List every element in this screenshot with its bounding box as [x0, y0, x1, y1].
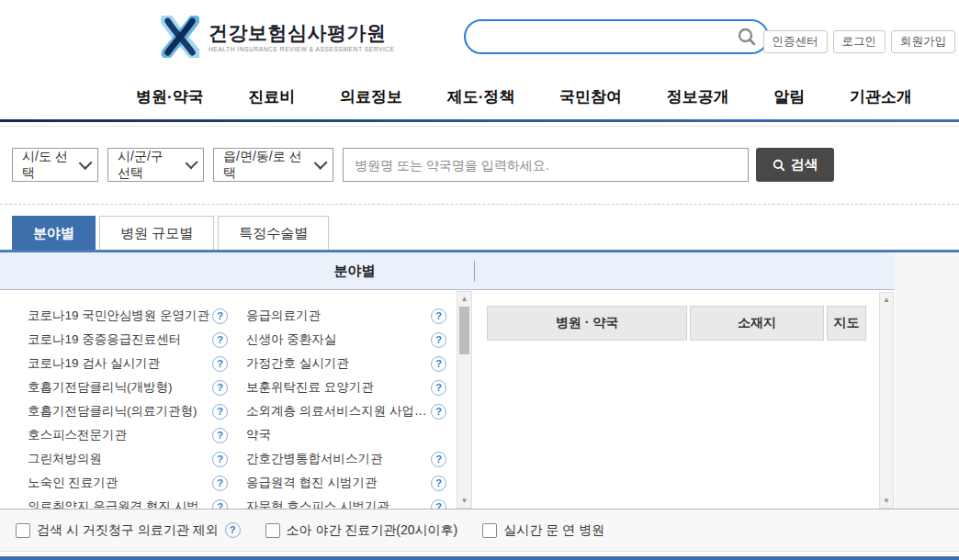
- category-item[interactable]: 의료취약지 응급원격 협진 시범 ?: [28, 495, 228, 509]
- help-icon[interactable]: ?: [431, 308, 446, 324]
- header-button[interactable]: 인증센터: [763, 30, 828, 53]
- footer-filter-label: 검색 시 거짓청구 의료기관 제외: [37, 522, 219, 539]
- category-item[interactable]: 응급원격 협진 시범기관 ?: [246, 471, 446, 495]
- category-column-a: 코로나19 국민안심병원 운영기관 ? 코로나19 중증응급진료센터 ? 코로나…: [28, 304, 228, 509]
- category-label: 의료취약지 응급원격 협진 시범: [28, 498, 199, 509]
- checkbox[interactable]: [482, 523, 497, 538]
- hira-logo-icon: [161, 16, 199, 58]
- category-item[interactable]: 약국 ?: [246, 423, 446, 447]
- tab[interactable]: 병원 규모별: [99, 216, 214, 250]
- header-button[interactable]: 로그인: [833, 30, 886, 53]
- help-icon[interactable]: ?: [212, 356, 228, 372]
- help-icon[interactable]: ?: [225, 522, 241, 538]
- category-item[interactable]: 자문형 호스피스 시범기관 ?: [246, 495, 446, 509]
- footer-filter: 검색 시 거짓청구 의료기관 제외 ?: [16, 522, 241, 539]
- help-icon[interactable]: ?: [431, 476, 446, 491]
- category-item[interactable]: 호흡기전담클리닉(개방형) ?: [28, 375, 228, 399]
- logo-subtitle: HEALTH INSURANCE REVIEW & ASSESSMENT SER…: [209, 46, 395, 52]
- category-label: 간호간병통합서비스기관: [246, 451, 383, 467]
- category-list-scrollbar: ▲ ▼: [457, 291, 472, 509]
- category-label: 코로나19 검사 실시기관: [28, 355, 160, 372]
- scrollbar-thumb[interactable]: [459, 307, 469, 354]
- help-icon[interactable]: ?: [431, 404, 446, 420]
- category-label: 호흡기전담클리닉(의료기관형): [28, 403, 197, 420]
- logo-title: 건강보험심사평가원: [209, 22, 395, 44]
- category-item[interactable]: 노숙인 진료기관 ?: [28, 471, 228, 495]
- scroll-up-icon[interactable]: ▲: [457, 295, 471, 303]
- nav-item[interactable]: 국민참여: [559, 86, 622, 107]
- checkbox[interactable]: [16, 523, 30, 538]
- category-item[interactable]: 신생아 중환자실 ?: [246, 328, 446, 352]
- help-icon[interactable]: ?: [212, 404, 228, 420]
- scroll-down-icon[interactable]: ▼: [880, 497, 893, 505]
- help-icon[interactable]: ?: [431, 332, 446, 348]
- help-icon[interactable]: ?: [212, 452, 228, 467]
- logo[interactable]: 건강보험심사평가원 HEALTH INSURANCE REVIEW & ASSE…: [161, 16, 395, 58]
- category-item[interactable]: 보훈위탁진료 요양기관 ?: [246, 375, 446, 399]
- header-button[interactable]: 회원가입: [891, 30, 955, 53]
- category-item[interactable]: 코로나19 중증응급진료센터 ?: [28, 328, 228, 352]
- category-label: 약국: [246, 427, 271, 443]
- sigungu-select[interactable]: 시/군/구 선택: [107, 148, 204, 182]
- tab[interactable]: 특정수술별: [218, 216, 329, 250]
- header-utility-buttons: 인증센터로그인회원가입: [763, 30, 956, 53]
- category-label: 코로나19 국민안심병원 운영기관: [28, 308, 209, 324]
- checkbox[interactable]: [265, 523, 280, 538]
- category-label: 그린처방의원: [28, 451, 102, 467]
- scroll-up-icon[interactable]: ▲: [880, 296, 893, 304]
- help-icon[interactable]: ?: [212, 380, 228, 396]
- nav-item[interactable]: 정보공개: [667, 86, 729, 107]
- help-icon[interactable]: ?: [212, 308, 228, 324]
- category-label: 응급원격 협진 시범기관: [246, 475, 378, 491]
- footer-filters: 검색 시 거짓청구 의료기관 제외 ? 소아 야간 진료기관(20시이후) ? …: [16, 510, 604, 551]
- help-icon[interactable]: ?: [431, 452, 446, 467]
- scroll-down-icon[interactable]: ▼: [457, 497, 471, 505]
- category-label: 보훈위탁진료 요양기관: [246, 379, 374, 396]
- category-label: 응급의료기관: [246, 308, 321, 324]
- category-label: 코로나19 중증응급진료센터: [28, 331, 181, 348]
- category-item[interactable]: 그린처방의원 ?: [28, 447, 228, 471]
- hospital-name-input[interactable]: [343, 148, 749, 182]
- search-icon[interactable]: [737, 27, 757, 47]
- page: 건강보험심사평가원 HEALTH INSURANCE REVIEW & ASSE…: [0, 0, 959, 560]
- footer-filter-label: 실시간 문 연 병원: [503, 522, 604, 539]
- help-icon[interactable]: ?: [431, 499, 446, 510]
- help-icon[interactable]: ?: [212, 428, 228, 443]
- category-item[interactable]: 호스피스전문기관 ?: [28, 423, 228, 447]
- nav-item[interactable]: 진료비: [248, 86, 295, 107]
- table-header-cell: 소재지: [690, 306, 824, 341]
- category-item[interactable]: 호흡기전담클리닉(의료기관형) ?: [28, 399, 228, 423]
- nav-item[interactable]: 제도·정책: [447, 86, 515, 107]
- category-item[interactable]: 코로나19 검사 실시기관 ?: [28, 352, 228, 375]
- category-item[interactable]: 간호간병통합서비스기관 ?: [246, 447, 446, 471]
- tab-bar: 분야별 병원 규모별 특정수술별: [12, 216, 329, 250]
- tab-label: 특정수술별: [239, 225, 308, 242]
- nav-item[interactable]: 병원·약국: [136, 86, 204, 107]
- category-item[interactable]: 응급의료기관 ?: [246, 304, 446, 328]
- global-search-input[interactable]: [480, 28, 737, 45]
- nav-item[interactable]: 기관소개: [850, 86, 912, 107]
- category-item[interactable]: 코로나19 국민안심병원 운영기관 ?: [28, 304, 228, 328]
- filter-bar: 시/도 선택 시/군/구 선택 읍/면/동/로 선택 검색: [0, 126, 959, 205]
- tab[interactable]: 분야별: [12, 216, 96, 250]
- help-icon[interactable]: ?: [431, 380, 446, 396]
- help-icon[interactable]: ?: [212, 499, 228, 510]
- category-item[interactable]: 소외계층 의료서비스지원 사업… ?: [246, 399, 446, 423]
- global-search: [464, 19, 769, 54]
- search-button[interactable]: 검색: [756, 148, 834, 182]
- nav-items: 병원·약국진료비의료정보제도·정책국민참여정보공개알림기관소개: [136, 73, 912, 119]
- nav-item[interactable]: 알림: [773, 86, 805, 107]
- nav-item[interactable]: 의료정보: [340, 86, 402, 107]
- search-button-label: 검색: [791, 156, 818, 174]
- help-icon[interactable]: ?: [212, 332, 228, 348]
- category-label: 자문형 호스피스 시범기관: [246, 498, 389, 509]
- panel-header-bar: 분야별: [0, 252, 896, 290]
- help-icon[interactable]: ?: [431, 356, 446, 372]
- category-list-area: 코로나19 국민안심병원 운영기관 ? 코로나19 중증응급진료센터 ? 코로나…: [0, 291, 457, 509]
- help-icon[interactable]: ?: [212, 476, 228, 491]
- footer-filter-band: 검색 시 거짓청구 의료기관 제외 ? 소아 야간 진료기관(20시이후) ? …: [0, 510, 959, 552]
- category-item[interactable]: 가정간호 실시기관 ?: [246, 352, 446, 375]
- panel-divider: [474, 261, 475, 282]
- sido-select[interactable]: 시/도 선택: [12, 148, 98, 182]
- dong-select[interactable]: 읍/면/동/로 선택: [213, 148, 333, 182]
